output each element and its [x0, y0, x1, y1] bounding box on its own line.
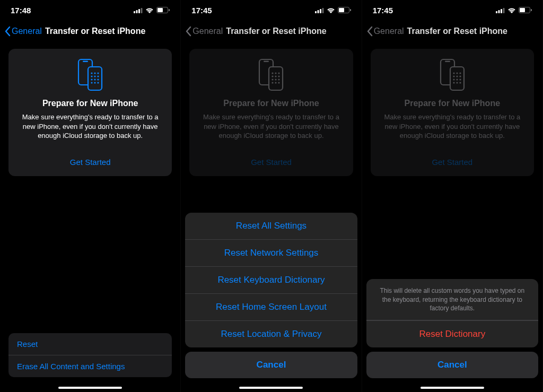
svg-point-37: [278, 75, 280, 77]
svg-point-54: [453, 72, 454, 74]
svg-rect-25: [322, 8, 323, 13]
reset-dictionary-button[interactable]: Reset Dictionary: [366, 320, 538, 347]
prepare-card: Prepare for New iPhone Make sure everyth…: [8, 49, 172, 176]
phone-screenshot-2: 17:45 General Transfer or Reset iPhone: [181, 0, 362, 392]
svg-point-35: [272, 75, 274, 77]
svg-point-60: [453, 79, 454, 80]
status-indicators: [134, 7, 170, 13]
card-title: Prepare for New iPhone: [379, 99, 526, 108]
action-sheet: Reset All Settings Reset Network Setting…: [185, 213, 357, 378]
svg-point-21: [98, 82, 99, 83]
svg-rect-31: [269, 67, 283, 90]
status-time: 17:45: [191, 6, 212, 15]
back-button[interactable]: General: [4, 26, 42, 37]
svg-rect-44: [496, 11, 497, 13]
reset-location-privacy-option[interactable]: Reset Location & Privacy: [185, 320, 357, 347]
svg-point-63: [453, 82, 454, 83]
back-button: General: [185, 26, 223, 37]
chevron-left-icon: [4, 26, 11, 37]
action-sheet-options: Reset All Settings Reset Network Setting…: [185, 213, 357, 347]
phone-screenshot-3: 17:45 General Transfer or Reset iPhone: [362, 0, 543, 392]
reset-network-settings-option[interactable]: Reset Network Settings: [185, 239, 357, 266]
svg-point-10: [91, 72, 93, 74]
svg-point-57: [453, 75, 454, 77]
back-label: General: [374, 27, 404, 36]
erase-all-row[interactable]: Erase All Content and Settings: [8, 355, 172, 377]
svg-rect-9: [88, 67, 102, 90]
svg-point-55: [456, 72, 458, 74]
wifi-icon: [507, 7, 516, 13]
svg-point-39: [275, 79, 277, 80]
svg-rect-53: [450, 67, 464, 90]
svg-point-43: [278, 82, 280, 83]
card-description: Make sure everything's ready to transfer…: [17, 112, 163, 141]
page-title: Transfer or Reset iPhone: [226, 27, 326, 36]
cellular-icon: [134, 7, 143, 13]
svg-rect-50: [531, 9, 532, 11]
svg-point-14: [94, 75, 96, 77]
confirmation-message: This will delete all custom words you ha…: [366, 279, 538, 320]
transfer-devices-icon: [17, 58, 163, 91]
svg-point-59: [459, 75, 461, 77]
svg-rect-46: [501, 9, 502, 13]
nav-bar: General Transfer or Reset iPhone: [362, 20, 542, 42]
transfer-devices-icon: [198, 58, 344, 91]
svg-rect-6: [169, 9, 170, 11]
svg-rect-22: [315, 11, 317, 13]
svg-point-41: [272, 82, 274, 83]
svg-rect-8: [83, 61, 88, 63]
svg-rect-2: [138, 9, 140, 13]
nav-bar: General Transfer or Reset iPhone: [181, 20, 361, 42]
svg-point-62: [459, 79, 461, 80]
svg-point-36: [275, 75, 277, 77]
card-description: Make sure everything's ready to transfer…: [198, 112, 344, 141]
svg-rect-0: [134, 11, 135, 13]
svg-rect-5: [157, 8, 163, 12]
cancel-button[interactable]: Cancel: [185, 352, 357, 378]
reset-row[interactable]: Reset: [8, 333, 172, 355]
battery-icon: [519, 7, 532, 13]
phone-screenshot-1: 17:48 General Transfer or Reset iPhone: [0, 0, 181, 392]
cellular-icon: [496, 7, 505, 13]
battery-icon: [156, 7, 170, 13]
content-area: Prepare for New iPhone Make sure everyth…: [181, 42, 361, 392]
back-button: General: [366, 26, 404, 37]
svg-point-34: [278, 72, 280, 74]
svg-point-42: [275, 82, 277, 83]
nav-bar: General Transfer or Reset iPhone: [0, 20, 180, 42]
battery-icon: [338, 7, 351, 13]
home-indicator[interactable]: [58, 387, 122, 389]
back-label: General: [192, 27, 223, 36]
svg-point-64: [456, 82, 458, 83]
reset-all-settings-option[interactable]: Reset All Settings: [185, 213, 357, 239]
cellular-icon: [315, 7, 324, 13]
page-title: Transfer or Reset iPhone: [407, 27, 507, 36]
svg-point-20: [94, 82, 96, 83]
svg-point-33: [275, 72, 277, 74]
svg-point-11: [94, 72, 96, 74]
wifi-icon: [145, 7, 154, 13]
home-indicator[interactable]: [421, 387, 484, 389]
svg-rect-27: [339, 8, 344, 12]
chevron-left-icon: [366, 26, 373, 37]
reset-keyboard-dictionary-option[interactable]: Reset Keyboard Dictionary: [185, 266, 357, 293]
status-indicators: [315, 7, 351, 13]
home-indicator[interactable]: [239, 387, 303, 389]
svg-rect-45: [498, 10, 500, 13]
svg-point-58: [456, 75, 458, 77]
svg-point-15: [98, 75, 99, 77]
wifi-icon: [327, 7, 335, 13]
options-list: Reset Erase All Content and Settings: [8, 333, 172, 377]
svg-rect-30: [264, 61, 269, 63]
get-started-link[interactable]: Get Started: [17, 158, 163, 167]
page-title: Transfer or Reset iPhone: [45, 27, 145, 36]
cancel-button[interactable]: Cancel: [366, 352, 538, 378]
reset-home-screen-layout-option[interactable]: Reset Home Screen Layout: [185, 293, 357, 320]
prepare-card: Prepare for New iPhone Make sure everyth…: [371, 49, 534, 176]
svg-point-56: [459, 72, 461, 74]
svg-point-65: [459, 82, 461, 83]
status-bar: 17:48: [0, 0, 180, 20]
svg-point-38: [272, 79, 274, 80]
svg-point-17: [94, 79, 96, 80]
get-started-link: Get Started: [198, 158, 344, 167]
